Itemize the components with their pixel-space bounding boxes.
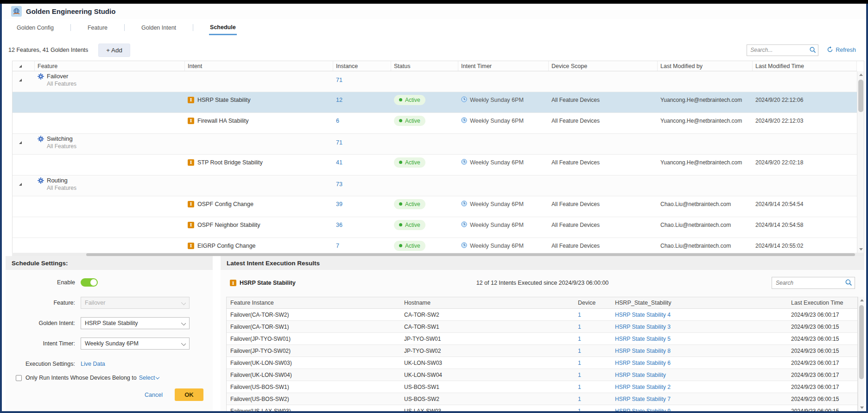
instance-link[interactable]: 36: [336, 222, 342, 228]
expander-icon[interactable]: [19, 141, 22, 144]
expander-icon[interactable]: [19, 79, 22, 81]
feature-instance-cell: Failover(US-BOS-SW2): [227, 393, 400, 405]
expander-cell[interactable]: [13, 134, 35, 151]
grid-column-header[interactable]: Intent: [185, 61, 333, 71]
table-row[interactable]: IEIGRP Config Change7ActiveWeekly Sunday…: [13, 238, 857, 253]
grid-column-header[interactable]: Device Scope: [549, 61, 658, 71]
scrollbar-down-icon[interactable]: [857, 246, 864, 253]
table-row[interactable]: FailoverAll Features71: [13, 71, 857, 92]
device-count-link[interactable]: 1: [578, 408, 581, 412]
device-count-link[interactable]: 1: [578, 372, 581, 378]
table-row[interactable]: Failover(CA-TOR-SW2)CA-TOR-SW21HSRP Stat…: [227, 309, 857, 321]
intent-name: EIGRP Config Change: [197, 243, 256, 249]
tab-schedule[interactable]: Schedule: [209, 20, 237, 35]
results-column-header[interactable]: Hostname: [400, 297, 574, 308]
device-filter-checkbox[interactable]: [16, 375, 22, 381]
scrollbar-down-icon[interactable]: [858, 404, 865, 411]
results-column-header[interactable]: Feature Instance: [227, 297, 400, 308]
table-row[interactable]: IFirewall HA Stability6ActiveWeekly Sund…: [13, 113, 857, 134]
table-row[interactable]: SwitchingAll Features71: [13, 134, 857, 155]
grid-column-header[interactable]: Instance: [333, 61, 391, 71]
results-column-header[interactable]: Last Execution Time: [787, 297, 857, 308]
last-modified-by-cell: Yuancong.He@netbraintech.com: [658, 92, 753, 107]
hsrp-stability-link[interactable]: HSRP State Stability 2: [615, 384, 671, 390]
device-count-link[interactable]: 1: [578, 348, 581, 354]
hsrp-stability-link[interactable]: HSRP State Stability 6: [615, 360, 671, 366]
hostname-cell: CA-TOR-SW2: [400, 309, 574, 320]
grid-search-input[interactable]: [747, 44, 818, 56]
grid-column-header[interactable]: Status: [391, 61, 458, 71]
results-column-header[interactable]: Device: [574, 297, 611, 308]
expander-cell[interactable]: [13, 175, 35, 193]
table-row[interactable]: Failover(US-BOS-SW1)US-BOS-SW11HSRP Stat…: [227, 381, 857, 393]
scrollbar-thumb[interactable]: [859, 305, 864, 379]
device-count-link[interactable]: 1: [578, 396, 581, 402]
instance-link[interactable]: 7: [336, 243, 339, 249]
live-data-link[interactable]: Live Data: [81, 361, 105, 367]
hsrp-stability-link[interactable]: HSRP State Stability 5: [615, 336, 671, 342]
expand-all-header-cell[interactable]: [13, 61, 35, 71]
table-row[interactable]: Failover(JP-TYO-SW02)JP-TYO-SW021HSRP St…: [227, 345, 857, 357]
device-count-link[interactable]: 1: [578, 324, 581, 330]
table-row[interactable]: Failover(UK-LON-SW03)UK-LON-SW031HSRP St…: [227, 357, 857, 369]
instance-link[interactable]: 71: [336, 139, 342, 146]
table-row[interactable]: IHSRP State Stability12ActiveWeekly Sund…: [13, 92, 857, 113]
golden-intent-select[interactable]: HSRP State Stability: [81, 317, 190, 329]
ok-button[interactable]: OK: [175, 388, 203, 401]
device-count-link[interactable]: 1: [578, 384, 581, 390]
search-icon[interactable]: [809, 46, 817, 55]
intent-timer-select[interactable]: Weekly Sunday 6PM: [81, 338, 190, 350]
feature-cell: [35, 217, 185, 232]
instance-link[interactable]: 6: [336, 118, 339, 124]
table-row[interactable]: IOSPF Config Change39ActiveWeekly Sunday…: [13, 196, 857, 217]
hsrp-stability-link[interactable]: HSRP State Stability: [615, 372, 666, 378]
hsrp-stability-link[interactable]: HSRP State Stability 3: [615, 324, 671, 330]
status-badge: Active: [394, 241, 425, 251]
grid-column-header[interactable]: Last Modified Time: [753, 61, 857, 71]
enable-toggle[interactable]: [81, 278, 98, 287]
refresh-button[interactable]: Refresh: [827, 46, 856, 54]
hsrp-stability-link[interactable]: HSRP State Stability 9: [615, 408, 671, 412]
instance-link[interactable]: 71: [336, 77, 342, 83]
results-search-input[interactable]: [772, 277, 855, 289]
tab-feature[interactable]: Feature: [87, 20, 108, 34]
table-row[interactable]: Failover(UK-LON-SW04)UK-LON-SW041HSRP St…: [227, 369, 857, 381]
table-row[interactable]: ISTP Root Bridge Stability41ActiveWeekly…: [13, 155, 857, 175]
grid-column-header[interactable]: Intent Timer: [458, 61, 549, 71]
results-vertical-scrollbar[interactable]: [858, 297, 864, 411]
instance-link[interactable]: 41: [336, 159, 342, 166]
grid-column-header[interactable]: Last Modified by: [658, 61, 753, 71]
instance-link[interactable]: 12: [336, 97, 342, 103]
device-count-link[interactable]: 1: [578, 336, 581, 342]
expand-all-icon[interactable]: [19, 65, 22, 68]
hsrp-stability-link[interactable]: HSRP State Stability 8: [615, 348, 671, 354]
scrollbar-thumb[interactable]: [858, 80, 863, 112]
results-column-header[interactable]: HSRP_State_Stability: [611, 297, 787, 308]
table-row[interactable]: Failover(US-BOS-SW2)US-BOS-SW21HSRP Stat…: [227, 393, 857, 405]
device-count-link[interactable]: 1: [578, 360, 581, 366]
grid-column-header[interactable]: Feature: [35, 61, 185, 71]
search-icon[interactable]: [845, 279, 853, 288]
table-row[interactable]: Failover(CA-TOR-SW1)CA-TOR-SW11HSRP Stat…: [227, 321, 857, 333]
instance-link[interactable]: 73: [336, 181, 342, 188]
device-count-link[interactable]: 1: [578, 312, 581, 318]
table-row[interactable]: Failover(US-LAX-SW03)US-LAX-SW031HSRP St…: [227, 405, 857, 411]
grid-vertical-scrollbar[interactable]: [857, 71, 864, 253]
table-row[interactable]: Failover(JP-TYO-SW01)JP-TYO-SW011HSRP St…: [227, 333, 857, 345]
instance-link[interactable]: 39: [336, 201, 342, 207]
expander-icon[interactable]: [19, 183, 22, 186]
add-button[interactable]: + Add: [98, 44, 130, 57]
cancel-button[interactable]: Cancel: [145, 392, 163, 398]
table-row[interactable]: IOSPF Neighbor Stability36ActiveWeekly S…: [13, 217, 857, 238]
hsrp-stability-link[interactable]: HSRP State Stability 7: [615, 396, 671, 402]
table-row[interactable]: RoutingAll Features73: [13, 175, 857, 196]
select-link[interactable]: Select: [139, 375, 159, 381]
tab-golden-intent[interactable]: Golden Intent: [140, 20, 177, 34]
expander-cell[interactable]: [13, 71, 35, 89]
hsrp-stability-link[interactable]: HSRP State Stability 4: [615, 312, 671, 318]
tab-golden-config[interactable]: Golden Config: [16, 20, 55, 34]
hsrp-stability-cell: HSRP State Stability: [611, 369, 787, 381]
tab-separator: [70, 24, 71, 31]
scrollbar-up-icon[interactable]: [858, 297, 865, 304]
scrollbar-up-icon[interactable]: [857, 71, 864, 78]
